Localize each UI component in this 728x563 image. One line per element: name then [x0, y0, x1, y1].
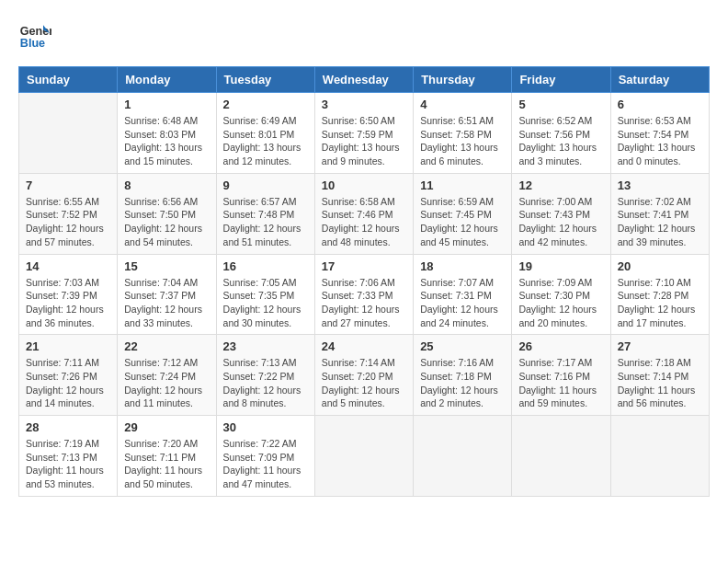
- day-info: Sunrise: 7:22 AM Sunset: 7:09 PM Dayligh…: [223, 437, 308, 491]
- calendar-cell: 6Sunrise: 6:53 AM Sunset: 7:54 PM Daylig…: [610, 93, 709, 174]
- day-number: 19: [518, 259, 603, 273]
- day-number: 7: [26, 178, 110, 192]
- calendar-cell: 26Sunrise: 7:17 AM Sunset: 7:16 PM Dayli…: [512, 335, 610, 416]
- day-info: Sunrise: 7:14 AM Sunset: 7:20 PM Dayligh…: [322, 356, 406, 410]
- weekday-header-row: SundayMondayTuesdayWednesdayThursdayFrid…: [19, 67, 710, 93]
- calendar-cell: 13Sunrise: 7:02 AM Sunset: 7:41 PM Dayli…: [610, 173, 709, 254]
- day-info: Sunrise: 7:16 AM Sunset: 7:18 PM Dayligh…: [420, 356, 505, 410]
- day-info: Sunrise: 7:05 AM Sunset: 7:35 PM Dayligh…: [223, 276, 308, 330]
- day-info: Sunrise: 7:09 AM Sunset: 7:30 PM Dayligh…: [518, 276, 603, 330]
- calendar-cell: 5Sunrise: 6:52 AM Sunset: 7:56 PM Daylig…: [512, 93, 610, 174]
- calendar-cell: 17Sunrise: 7:06 AM Sunset: 7:33 PM Dayli…: [314, 254, 413, 335]
- day-info: Sunrise: 6:52 AM Sunset: 7:56 PM Dayligh…: [518, 114, 603, 168]
- calendar-cell: [414, 416, 512, 497]
- day-info: Sunrise: 7:06 AM Sunset: 7:33 PM Dayligh…: [322, 276, 406, 330]
- calendar-cell: 11Sunrise: 6:59 AM Sunset: 7:45 PM Dayli…: [414, 173, 512, 254]
- day-number: 11: [420, 178, 505, 192]
- day-info: Sunrise: 7:07 AM Sunset: 7:31 PM Dayligh…: [420, 276, 505, 330]
- calendar-week-4: 21Sunrise: 7:11 AM Sunset: 7:26 PM Dayli…: [19, 335, 710, 416]
- logo-icon: General Blue: [18, 18, 51, 52]
- day-number: 28: [26, 420, 110, 434]
- calendar-cell: 9Sunrise: 6:57 AM Sunset: 7:48 PM Daylig…: [216, 173, 314, 254]
- weekday-wednesday: Wednesday: [314, 67, 413, 93]
- day-info: Sunrise: 6:48 AM Sunset: 8:03 PM Dayligh…: [124, 114, 209, 168]
- day-number: 24: [322, 339, 406, 353]
- day-number: 22: [124, 339, 209, 353]
- day-number: 16: [223, 259, 308, 273]
- day-number: 14: [26, 259, 110, 273]
- calendar-cell: 29Sunrise: 7:20 AM Sunset: 7:11 PM Dayli…: [118, 416, 216, 497]
- day-number: 30: [223, 420, 308, 434]
- day-number: 25: [420, 339, 505, 353]
- calendar-body: 1Sunrise: 6:48 AM Sunset: 8:03 PM Daylig…: [19, 93, 710, 497]
- calendar-cell: 28Sunrise: 7:19 AM Sunset: 7:13 PM Dayli…: [19, 416, 118, 497]
- day-number: 10: [322, 178, 406, 192]
- calendar-cell: 2Sunrise: 6:49 AM Sunset: 8:01 PM Daylig…: [216, 93, 314, 174]
- day-info: Sunrise: 6:50 AM Sunset: 7:59 PM Dayligh…: [322, 114, 406, 168]
- day-number: 15: [124, 259, 209, 273]
- day-number: 23: [223, 339, 308, 353]
- day-info: Sunrise: 7:03 AM Sunset: 7:39 PM Dayligh…: [26, 276, 110, 330]
- day-number: 27: [618, 339, 702, 353]
- day-info: Sunrise: 7:12 AM Sunset: 7:24 PM Dayligh…: [124, 356, 209, 410]
- page-header: General Blue: [18, 18, 710, 52]
- day-info: Sunrise: 6:56 AM Sunset: 7:50 PM Dayligh…: [124, 195, 209, 249]
- day-info: Sunrise: 6:58 AM Sunset: 7:46 PM Dayligh…: [322, 195, 406, 249]
- weekday-monday: Monday: [118, 67, 216, 93]
- day-info: Sunrise: 7:20 AM Sunset: 7:11 PM Dayligh…: [124, 437, 209, 491]
- calendar-cell: 8Sunrise: 6:56 AM Sunset: 7:50 PM Daylig…: [118, 173, 216, 254]
- day-number: 2: [223, 98, 308, 111]
- calendar-cell: 21Sunrise: 7:11 AM Sunset: 7:26 PM Dayli…: [19, 335, 118, 416]
- calendar-cell: [19, 93, 118, 174]
- day-number: 8: [124, 178, 209, 192]
- day-number: 6: [618, 98, 702, 111]
- calendar-cell: 1Sunrise: 6:48 AM Sunset: 8:03 PM Daylig…: [118, 93, 216, 174]
- day-info: Sunrise: 7:10 AM Sunset: 7:28 PM Dayligh…: [618, 276, 702, 330]
- day-number: 29: [124, 420, 209, 434]
- weekday-thursday: Thursday: [414, 67, 512, 93]
- day-number: 13: [618, 178, 702, 192]
- day-info: Sunrise: 6:57 AM Sunset: 7:48 PM Dayligh…: [223, 195, 308, 249]
- day-number: 12: [518, 178, 603, 192]
- calendar-cell: 30Sunrise: 7:22 AM Sunset: 7:09 PM Dayli…: [216, 416, 314, 497]
- calendar-cell: 18Sunrise: 7:07 AM Sunset: 7:31 PM Dayli…: [414, 254, 512, 335]
- calendar-week-1: 1Sunrise: 6:48 AM Sunset: 8:03 PM Daylig…: [19, 93, 710, 174]
- day-info: Sunrise: 6:49 AM Sunset: 8:01 PM Dayligh…: [223, 114, 308, 168]
- calendar-cell: 25Sunrise: 7:16 AM Sunset: 7:18 PM Dayli…: [414, 335, 512, 416]
- weekday-friday: Friday: [512, 67, 610, 93]
- calendar-cell: 27Sunrise: 7:18 AM Sunset: 7:14 PM Dayli…: [610, 335, 709, 416]
- day-number: 18: [420, 259, 505, 273]
- calendar-week-3: 14Sunrise: 7:03 AM Sunset: 7:39 PM Dayli…: [19, 254, 710, 335]
- calendar-cell: 14Sunrise: 7:03 AM Sunset: 7:39 PM Dayli…: [19, 254, 118, 335]
- day-number: 1: [124, 98, 209, 111]
- calendar-cell: [314, 416, 413, 497]
- day-number: 9: [223, 178, 308, 192]
- day-info: Sunrise: 6:53 AM Sunset: 7:54 PM Dayligh…: [618, 114, 702, 168]
- calendar-cell: 7Sunrise: 6:55 AM Sunset: 7:52 PM Daylig…: [19, 173, 118, 254]
- day-info: Sunrise: 6:51 AM Sunset: 7:58 PM Dayligh…: [420, 114, 505, 168]
- day-info: Sunrise: 7:13 AM Sunset: 7:22 PM Dayligh…: [223, 356, 308, 410]
- calendar-cell: 12Sunrise: 7:00 AM Sunset: 7:43 PM Dayli…: [512, 173, 610, 254]
- calendar-cell: 19Sunrise: 7:09 AM Sunset: 7:30 PM Dayli…: [512, 254, 610, 335]
- day-info: Sunrise: 7:02 AM Sunset: 7:41 PM Dayligh…: [618, 195, 702, 249]
- day-info: Sunrise: 7:04 AM Sunset: 7:37 PM Dayligh…: [124, 276, 209, 330]
- calendar-cell: 22Sunrise: 7:12 AM Sunset: 7:24 PM Dayli…: [118, 335, 216, 416]
- calendar-cell: 16Sunrise: 7:05 AM Sunset: 7:35 PM Dayli…: [216, 254, 314, 335]
- day-number: 4: [420, 98, 505, 111]
- day-number: 26: [518, 339, 603, 353]
- calendar-cell: 24Sunrise: 7:14 AM Sunset: 7:20 PM Dayli…: [314, 335, 413, 416]
- day-info: Sunrise: 7:19 AM Sunset: 7:13 PM Dayligh…: [26, 437, 110, 491]
- calendar-week-5: 28Sunrise: 7:19 AM Sunset: 7:13 PM Dayli…: [19, 416, 710, 497]
- day-info: Sunrise: 7:17 AM Sunset: 7:16 PM Dayligh…: [518, 356, 603, 410]
- day-number: 21: [26, 339, 110, 353]
- day-info: Sunrise: 6:59 AM Sunset: 7:45 PM Dayligh…: [420, 195, 505, 249]
- day-info: Sunrise: 7:00 AM Sunset: 7:43 PM Dayligh…: [518, 195, 603, 249]
- day-number: 5: [518, 98, 603, 111]
- svg-text:Blue: Blue: [20, 37, 45, 50]
- calendar-cell: 15Sunrise: 7:04 AM Sunset: 7:37 PM Dayli…: [118, 254, 216, 335]
- weekday-tuesday: Tuesday: [216, 67, 314, 93]
- day-number: 3: [322, 98, 406, 111]
- calendar-cell: 3Sunrise: 6:50 AM Sunset: 7:59 PM Daylig…: [314, 93, 413, 174]
- calendar-cell: 20Sunrise: 7:10 AM Sunset: 7:28 PM Dayli…: [610, 254, 709, 335]
- day-info: Sunrise: 7:18 AM Sunset: 7:14 PM Dayligh…: [618, 356, 702, 410]
